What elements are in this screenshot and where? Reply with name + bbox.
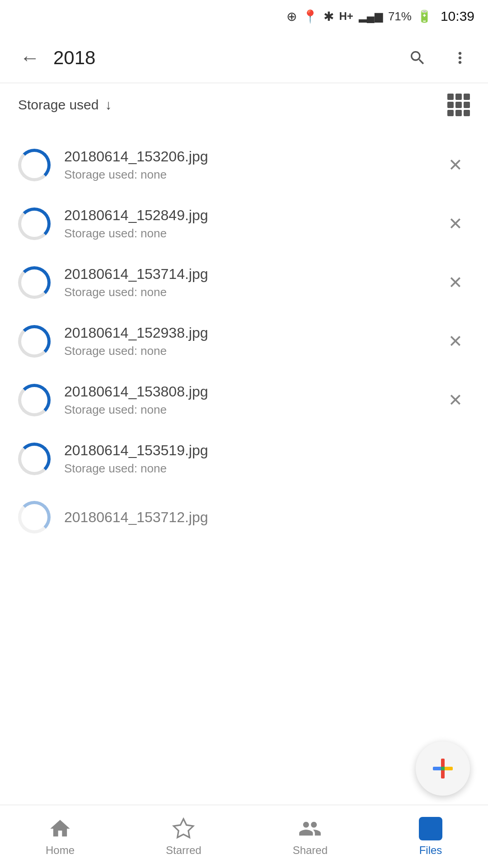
status-icons: ⊕ 📍 ✱ H+ ▂▄▆ 71% 🔋 10:39 (286, 9, 475, 24)
spinner-arc (18, 208, 51, 240)
nav-label-starred: Starred (166, 844, 202, 857)
app-bar-actions (403, 43, 474, 72)
status-time: 10:39 (441, 9, 474, 24)
nav-label-home: Home (46, 844, 75, 857)
file-name: 20180614_153206.jpg (64, 148, 441, 165)
loading-spinner-1 (18, 208, 51, 240)
remove-button-4[interactable]: ✕ (441, 386, 470, 415)
list-item[interactable]: 20180614_153206.jpg Storage used: none ✕ (0, 136, 488, 194)
sort-label-text: Storage used (18, 97, 99, 113)
nav-item-starred[interactable]: Starred (152, 812, 215, 861)
file-list: 20180614_153206.jpg Storage used: none ✕… (0, 127, 488, 555)
loading-spinner-6 (18, 501, 51, 533)
file-meta: Storage used: none (64, 344, 441, 358)
fab-plus-icon (430, 756, 455, 781)
file-info-3: 20180614_152938.jpg Storage used: none (64, 325, 441, 358)
fab-add-button[interactable] (416, 741, 470, 796)
bluetooth-icon: ✱ (324, 9, 334, 24)
remove-button-0[interactable]: ✕ (441, 151, 470, 179)
file-meta: Storage used: none (64, 226, 441, 241)
list-item[interactable]: 20180614_152938.jpg Storage used: none ✕ (0, 312, 488, 371)
grid-view-button[interactable] (447, 94, 470, 116)
list-item[interactable]: 20180614_152849.jpg Storage used: none ✕ (0, 194, 488, 253)
search-button[interactable] (403, 43, 432, 72)
spinner-arc (18, 325, 51, 358)
file-info-6: 20180614_153712.jpg (64, 509, 470, 526)
network-icon: H+ (339, 10, 353, 23)
loading-spinner-3 (18, 325, 51, 358)
shared-icon (298, 817, 322, 840)
file-name: 20180614_153519.jpg (64, 442, 441, 459)
file-info-0: 20180614_153206.jpg Storage used: none (64, 148, 441, 182)
file-name: 20180614_153714.jpg (64, 266, 441, 283)
loading-spinner-2 (18, 266, 51, 299)
spinner-arc (18, 443, 51, 475)
spinner-arc (18, 149, 51, 181)
spinner-arc (18, 266, 51, 299)
file-meta: Storage used: none (64, 403, 441, 417)
nav-label-shared: Shared (293, 844, 328, 857)
spinner-arc (18, 501, 51, 533)
spinner-arc (18, 384, 51, 416)
more-options-button[interactable] (446, 43, 474, 72)
remove-button-3[interactable]: ✕ (441, 327, 470, 356)
svg-rect-2 (444, 767, 453, 770)
file-info-1: 20180614_152849.jpg Storage used: none (64, 207, 441, 241)
back-button[interactable]: ← (14, 42, 46, 74)
file-name: 20180614_153712.jpg (64, 509, 470, 526)
svg-rect-1 (433, 767, 442, 770)
circle-plus-icon: ⊕ (286, 9, 297, 24)
file-info-5: 20180614_153519.jpg Storage used: none (64, 442, 441, 476)
nav-item-shared[interactable]: Shared (279, 812, 341, 861)
battery-icon: 🔋 (417, 9, 432, 24)
home-icon (48, 817, 72, 840)
close-icon: ✕ (448, 156, 463, 174)
file-info-4: 20180614_153808.jpg Storage used: none (64, 383, 441, 417)
list-item-partial[interactable]: 20180614_153712.jpg (0, 488, 488, 546)
bottom-nav: Home Starred Shared Files (0, 805, 488, 868)
file-info-2: 20180614_153714.jpg Storage used: none (64, 266, 441, 299)
file-name: 20180614_152938.jpg (64, 325, 441, 341)
file-name: 20180614_153808.jpg (64, 383, 441, 400)
close-icon: ✕ (448, 274, 463, 291)
list-item[interactable]: 20180614_153808.jpg Storage used: none ✕ (0, 371, 488, 429)
close-icon: ✕ (448, 333, 463, 350)
grid-icon (447, 94, 470, 116)
file-name: 20180614_152849.jpg (64, 207, 441, 224)
remove-button-2[interactable]: ✕ (441, 268, 470, 297)
sort-arrow-icon: ↓ (105, 97, 112, 113)
list-item[interactable]: 20180614_153519.jpg Storage used: none ✕ (0, 429, 488, 488)
list-item[interactable]: 20180614_153714.jpg Storage used: none ✕ (0, 253, 488, 312)
loading-spinner-5 (18, 443, 51, 475)
svg-rect-3 (441, 767, 445, 770)
loading-spinner-4 (18, 384, 51, 416)
nav-label-files: Files (419, 844, 442, 857)
loading-spinner-0 (18, 149, 51, 181)
file-meta: Storage used: none (64, 168, 441, 182)
remove-button-1[interactable]: ✕ (441, 209, 470, 238)
sort-button[interactable]: Storage used ↓ (18, 97, 112, 113)
page-title: 2018 (53, 47, 403, 69)
location-icon: 📍 (302, 9, 318, 24)
close-icon: ✕ (448, 392, 463, 409)
status-bar: ⊕ 📍 ✱ H+ ▂▄▆ 71% 🔋 10:39 (0, 0, 488, 33)
battery-percentage: 71% (388, 9, 412, 24)
app-bar: ← 2018 (0, 33, 488, 83)
more-options-icon (451, 49, 469, 67)
file-meta: Storage used: none (64, 285, 441, 299)
files-folder-icon (419, 817, 442, 840)
back-arrow-icon: ← (20, 47, 40, 69)
nav-item-home[interactable]: Home (32, 812, 88, 861)
close-icon: ✕ (448, 215, 463, 232)
signal-icon: ▂▄▆ (359, 10, 383, 23)
sort-bar: Storage used ↓ (0, 83, 488, 127)
search-icon (408, 49, 427, 67)
nav-item-files[interactable]: Files (405, 812, 456, 861)
file-meta: Storage used: none (64, 462, 441, 476)
star-icon (172, 817, 195, 840)
